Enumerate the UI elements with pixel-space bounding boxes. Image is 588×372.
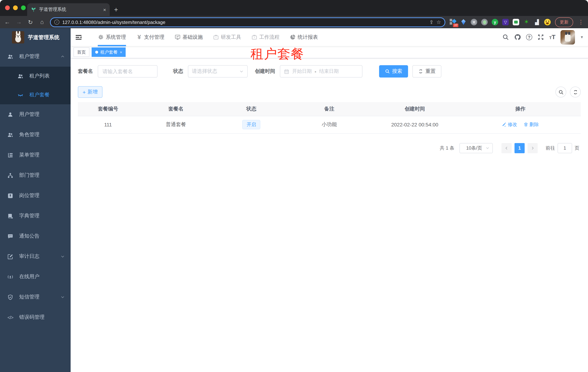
current-page-button[interactable]: 1	[514, 143, 525, 153]
sidebar-item-sms[interactable]: 短信管理	[0, 287, 71, 307]
sidebar-item-label: 部门管理	[19, 172, 40, 179]
help-icon[interactable]: ?	[526, 34, 532, 40]
briefcase-icon	[251, 34, 257, 40]
status-filter-select[interactable]: 请选择状态	[188, 65, 248, 77]
sidebar-toggle-hamburger-icon[interactable]	[75, 33, 82, 41]
extension-chat-icon[interactable]	[513, 19, 519, 25]
nav-item-workflow[interactable]: 工作流程	[251, 28, 280, 46]
sidebar-item-label: 短信管理	[19, 294, 40, 300]
name-filter-label: 套餐名	[78, 68, 93, 74]
sidebar-item-online[interactable]: 在线用户	[0, 266, 71, 287]
extension-emoji-icon[interactable]	[544, 19, 551, 25]
sidebar-item-notice[interactable]: 通知公告	[0, 226, 71, 246]
browser-toolbar: ← → ↻ ⌂ i 127.0.0.1:48080/admin-ui/syste…	[0, 16, 588, 28]
bookmark-star-icon[interactable]: ☆	[436, 19, 441, 25]
date-start-placeholder[interactable]: 开始日期	[292, 68, 312, 74]
refresh-table-button[interactable]	[570, 86, 581, 97]
browser-menu-kebab-icon[interactable]: ⋮	[578, 19, 584, 25]
table-header-row: 套餐编号 套餐名 状态 备注 创建时间 操作	[78, 102, 581, 116]
extension-y-icon[interactable]: y	[492, 19, 498, 25]
admin-app: 芋道管理系统 租户管理 租户列表 租户套餐 用户管理	[0, 28, 588, 372]
zoom-window-button[interactable]	[21, 5, 26, 10]
extensions-puzzle-icon[interactable]: ▟	[534, 19, 540, 25]
address-bar[interactable]: i 127.0.0.1:48080/admin-ui/system/tenant…	[50, 17, 445, 27]
navbar-right-tools: ? TT ▼	[502, 30, 584, 44]
font-size-icon[interactable]: TT	[549, 33, 556, 41]
main-area: 租户套餐 系统管理 ¥ 支付管理 基础设施	[71, 28, 588, 372]
reset-button-label: 重置	[425, 68, 436, 74]
forward-icon[interactable]: →	[15, 19, 22, 25]
extension-gem-icon[interactable]	[460, 19, 467, 25]
new-tab-button[interactable]: +	[114, 6, 118, 14]
sidebar-item-user[interactable]: 用户管理	[0, 104, 71, 125]
nav-item-devtools[interactable]: 研发工具	[213, 28, 241, 46]
nav-item-label: 统计报表	[298, 34, 318, 40]
minimize-window-button[interactable]	[13, 5, 18, 10]
goto-page-input[interactable]	[557, 143, 572, 153]
extension-shield-icon[interactable]: ▽	[502, 19, 509, 25]
browser-tab[interactable]: 芋道管理系统 ×	[27, 3, 110, 16]
sidebar-item-errcode[interactable]: </> 错误码管理	[0, 307, 71, 328]
edit-link[interactable]: 修改	[502, 121, 517, 128]
next-page-button[interactable]	[527, 143, 538, 153]
user-avatar[interactable]	[560, 30, 575, 44]
tag-home[interactable]: 首页	[74, 47, 89, 57]
show-search-button[interactable]	[556, 86, 566, 97]
github-icon[interactable]	[514, 34, 521, 41]
nav-item-label: 支付管理	[144, 34, 164, 40]
search-button-label: 搜索	[392, 68, 402, 74]
reload-icon[interactable]: ↻	[27, 19, 34, 26]
sidebar-item-dept[interactable]: 部门管理	[0, 165, 71, 185]
sidebar-item-tenant-package[interactable]: 租户套餐	[0, 85, 71, 104]
reset-button[interactable]: 重置	[412, 65, 441, 77]
add-button-label: 新增	[88, 89, 98, 95]
tag-tenant-package[interactable]: 租户套餐 ×	[92, 47, 126, 57]
back-icon[interactable]: ←	[4, 19, 11, 25]
users-icon	[7, 132, 13, 138]
tab-close-icon[interactable]: ×	[103, 7, 106, 12]
trash-icon	[524, 122, 528, 127]
tag-close-icon[interactable]: ×	[120, 50, 122, 54]
url-text[interactable]: 127.0.0.1:48080/admin-ui/system/tenant/p…	[62, 19, 426, 25]
extension-green-dot-icon[interactable]	[481, 19, 488, 25]
search-button[interactable]: 搜索	[379, 65, 408, 77]
sidebar-item-tenant[interactable]: 租户管理	[0, 46, 71, 67]
home-icon[interactable]: ⌂	[38, 19, 46, 25]
name-filter-input[interactable]	[98, 65, 158, 77]
book-icon	[7, 213, 13, 219]
plus-icon: +	[83, 89, 86, 95]
search-icon[interactable]	[502, 34, 509, 41]
extension-star-icon[interactable]: ✶	[523, 19, 530, 25]
date-filter-label: 创建时间	[255, 68, 275, 74]
sidebar-item-tenant-list[interactable]: 租户列表	[0, 67, 71, 85]
site-info-icon[interactable]: i	[54, 20, 59, 25]
nav-item-infra[interactable]: 基础设施	[175, 28, 203, 46]
sidebar-item-label: 岗位管理	[19, 192, 40, 199]
close-window-button[interactable]	[5, 5, 10, 10]
prev-page-button[interactable]	[502, 143, 512, 153]
add-button[interactable]: + 新增	[78, 86, 103, 98]
nav-item-pay[interactable]: ¥ 支付管理	[136, 28, 164, 46]
sidebar-logo[interactable]: 芋道管理系统	[0, 28, 71, 46]
sidebar-item-dict[interactable]: 字典管理	[0, 206, 71, 226]
share-icon[interactable]: ⇪	[429, 19, 433, 25]
date-separator: -	[315, 69, 316, 74]
date-range-picker[interactable]: 开始日期 - 结束日期	[280, 65, 362, 77]
sidebar-item-menu[interactable]: 菜单管理	[0, 145, 71, 165]
page-size-select[interactable]: 10条/页	[460, 143, 493, 153]
sidebar-item-role[interactable]: 角色管理	[0, 125, 71, 145]
avatar-caret-down-icon[interactable]: ▼	[580, 35, 584, 39]
extension-grid-icon[interactable]: 10	[450, 19, 456, 25]
macos-traffic-lights[interactable]	[5, 5, 26, 10]
date-end-placeholder[interactable]: 结束日期	[319, 68, 339, 74]
nav-item-report[interactable]: 统计报表	[290, 28, 318, 46]
tag-label: 首页	[77, 49, 86, 55]
cell-status: 开启	[214, 116, 289, 133]
extension-command-icon[interactable]: ⌘	[471, 19, 477, 25]
sidebar-item-audit[interactable]: 审计日志	[0, 246, 71, 266]
sidebar-item-post[interactable]: 岗位管理	[0, 185, 71, 206]
nav-item-system[interactable]: 系统管理	[98, 28, 126, 46]
fullscreen-icon[interactable]	[537, 34, 544, 41]
chrome-update-button[interactable]: 更新	[555, 17, 573, 27]
delete-link[interactable]: 删除	[524, 121, 539, 128]
